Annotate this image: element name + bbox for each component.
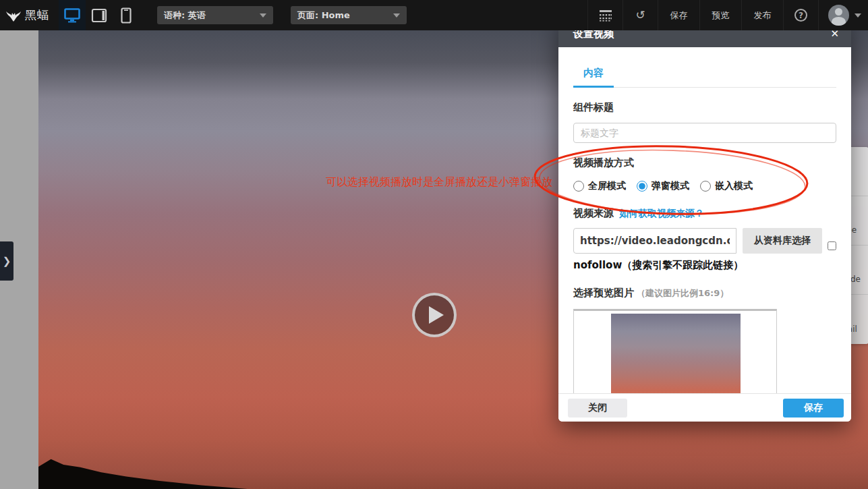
radio-fullscreen-mode[interactable]: 全屏模式 xyxy=(573,180,626,192)
toolbar-actions: ↺ 保存 预览 发布 ? xyxy=(587,0,868,30)
tablet-view-button[interactable] xyxy=(86,0,113,30)
modal-tabs: 内容 xyxy=(573,47,836,88)
radio-embed-mode[interactable]: 嵌入模式 xyxy=(700,180,753,192)
avatar xyxy=(828,5,849,26)
video-url-row: 从资料库选择 xyxy=(573,228,836,254)
playback-mode-label: 视频播放方式 xyxy=(573,156,836,169)
preview-image-label: 选择预览图片 xyxy=(573,287,634,299)
chevron-down-icon xyxy=(260,13,266,18)
playback-mode-options: 全屏模式 弹窗模式 嵌入模式 xyxy=(573,180,836,192)
caret-down-icon xyxy=(855,13,861,18)
preview-image-row: 选择预览图片 （建议图片比例16:9） xyxy=(573,287,836,299)
chevron-down-icon xyxy=(393,13,400,18)
tablet-icon xyxy=(91,8,107,23)
publish-button[interactable]: 发布 xyxy=(741,0,783,30)
grid-icon xyxy=(599,9,612,22)
preview-image-hint: （建议图片比例16:9） xyxy=(637,287,728,299)
component-title-input[interactable] xyxy=(573,123,836,143)
video-play-button[interactable] xyxy=(412,293,457,337)
preview-thumbnail xyxy=(611,314,741,393)
bat-logo-icon xyxy=(5,9,22,22)
tab-content[interactable]: 内容 xyxy=(573,67,614,88)
nofollow-checkbox[interactable] xyxy=(828,241,836,250)
language-dropdown-value: 语种: 英语 xyxy=(164,9,206,22)
component-title-label: 组件标题 xyxy=(573,101,836,114)
history-icon: ↺ xyxy=(635,9,645,21)
history-button[interactable]: ↺ xyxy=(623,0,658,30)
page-dropdown[interactable]: 页面: Home xyxy=(291,6,407,24)
expand-sidebar-button[interactable]: ❯ xyxy=(0,241,13,281)
radio-popup-mode[interactable]: 弹窗模式 xyxy=(637,180,689,192)
chevron-right-icon: ❯ xyxy=(3,255,11,267)
video-settings-modal: 设置视频 ✕ 内容 组件标题 视频播放方式 全屏模式 弹窗模式 xyxy=(558,20,851,422)
radio-label: 弹窗模式 xyxy=(652,180,689,192)
help-button[interactable]: ? xyxy=(783,0,818,30)
save-button[interactable]: 保存 xyxy=(658,0,699,30)
grid-layout-button[interactable] xyxy=(587,0,623,30)
save-button[interactable]: 保存 xyxy=(783,399,844,418)
device-switcher xyxy=(59,0,140,30)
app-logo: 黑蝠 xyxy=(0,0,59,30)
close-button[interactable]: 关闭 xyxy=(568,399,627,418)
hill-silhouette xyxy=(38,458,248,489)
desktop-view-button[interactable] xyxy=(59,0,86,30)
preview-image-box[interactable] xyxy=(573,309,777,393)
mobile-view-button[interactable] xyxy=(113,0,140,30)
video-url-input[interactable] xyxy=(573,228,736,254)
modal-footer: 关闭 保存 xyxy=(558,393,851,422)
editor-screen: 黑蝠 xyxy=(0,0,868,489)
video-source-row: 视频来源 如何获取视频来源？ xyxy=(573,207,836,220)
video-source-help-link[interactable]: 如何获取视频来源？ xyxy=(619,208,704,220)
account-menu[interactable] xyxy=(818,0,868,30)
annotation-text: 可以选择视频播放时是全屏播放还是小弹窗播放 xyxy=(326,175,552,190)
library-select-button[interactable]: 从资料库选择 xyxy=(743,228,822,254)
preview-button[interactable]: 预览 xyxy=(699,0,741,30)
desktop-icon xyxy=(64,8,80,23)
language-dropdown[interactable]: 语种: 英语 xyxy=(157,6,273,24)
radio-button[interactable] xyxy=(573,181,584,192)
play-icon xyxy=(429,306,444,324)
radio-button[interactable] xyxy=(700,181,711,192)
page-dropdown-value: 页面: Home xyxy=(297,9,350,22)
help-icon: ? xyxy=(794,9,807,22)
radio-button[interactable] xyxy=(637,181,647,192)
radio-label: 全屏模式 xyxy=(588,180,626,192)
modal-body: 内容 组件标题 视频播放方式 全屏模式 弹窗模式 嵌入模式 xyxy=(558,47,851,393)
top-toolbar: 黑蝠 xyxy=(0,0,868,30)
app-logo-text: 黑蝠 xyxy=(25,7,49,23)
video-source-label: 视频来源 xyxy=(573,207,614,220)
mobile-icon xyxy=(121,7,132,24)
nofollow-label: nofollow（搜索引擎不跟踪此链接） xyxy=(573,259,836,272)
radio-label: 嵌入模式 xyxy=(715,180,753,192)
